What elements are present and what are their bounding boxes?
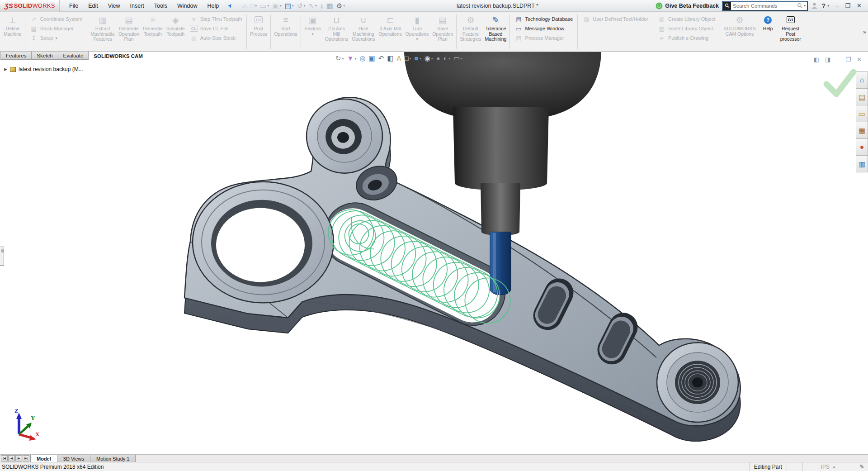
doc-restore-icon[interactable]: ❐ (845, 56, 851, 63)
feature-button[interactable]: ▣Feature▾ (302, 13, 323, 51)
extract-machinable-features-button[interactable]: ▥Extract Machinable Features (89, 13, 117, 51)
menu-item[interactable]: File (64, 0, 83, 12)
view-settings-icon[interactable]: ▭ ▾ (453, 55, 462, 62)
help-dropdown-icon[interactable]: ▾ (827, 4, 829, 8)
step-thru-toolpath-button[interactable]: ≡Step Thru Toolpath (188, 14, 245, 24)
ribbon-expand-chevron[interactable]: » (861, 13, 868, 51)
login-user-icon[interactable] (811, 2, 818, 9)
mill-3-axis-operations-button[interactable]: ⊏3 Axis Mill Operations (377, 13, 403, 51)
view-palette-icon[interactable]: ▦ (856, 122, 868, 139)
sort-operations-button[interactable]: ≡Sort Operations (272, 13, 299, 51)
open-icon[interactable]: ▭ ▾ (259, 1, 270, 11)
tab-model[interactable]: Model (30, 455, 57, 462)
tab-3d-views[interactable]: 3D Views (57, 455, 90, 462)
pin-menu-icon[interactable]: ➤ (226, 2, 234, 10)
zoom-to-fit-icon[interactable]: ↻ ▾ (335, 55, 344, 62)
setup-button[interactable]: ↧Setup▾ (28, 33, 85, 43)
save-cl-file-button[interactable]: CLSave CL File (188, 24, 245, 33)
print-icon[interactable]: ▤ ▾ (284, 1, 295, 11)
insert-library-object-button[interactable]: ▥Insert Library Object (656, 24, 718, 33)
graphics-area[interactable]: FeaturesSketchEvaluateSOLIDWORKS CAM ↻ ▾… (0, 52, 868, 454)
doc-close-icon[interactable]: ✕ (857, 56, 862, 63)
minimize-button[interactable]: – (835, 2, 839, 9)
tolerance-based-machining-button[interactable]: ✎Tolerance Based Machining (483, 13, 509, 51)
undo-icon[interactable]: ↺ ▾ (296, 1, 307, 11)
pane-split-left-icon[interactable]: ◧ (814, 56, 819, 63)
help-menu-button[interactable]: ? (821, 2, 826, 10)
cutting-tool[interactable] (490, 232, 511, 295)
task-pane-home-icon[interactable]: ⌂ (856, 71, 868, 89)
first-sheet-button[interactable]: |◀ (1, 455, 8, 461)
tab-solidworks-cam[interactable]: SOLIDWORKS CAM (88, 52, 148, 60)
annotations-visibility-icon[interactable]: A (397, 55, 401, 62)
new-document-icon[interactable]: □ ▾ (249, 1, 258, 11)
tab-evaluate[interactable]: Evaluate (58, 52, 89, 60)
create-library-object-button[interactable]: ▥Create Library Object (656, 14, 718, 24)
search-icon[interactable] (797, 3, 803, 9)
define-machine-button[interactable]: ⊥Define Machine (2, 13, 24, 51)
tag-icon[interactable]: ✎ (856, 463, 868, 470)
restore-button[interactable]: ❐ (845, 2, 850, 9)
menu-item[interactable]: Window (172, 0, 202, 12)
feature-pane-splitter[interactable] (0, 247, 4, 266)
appearances-scenes-icon[interactable]: ● (856, 138, 868, 156)
default-feature-strategies-button[interactable]: ⚙Default Feature Strategies (458, 13, 483, 51)
menu-item[interactable]: Tools (149, 0, 172, 12)
generate-toolpath-button[interactable]: ≈Generate Toolpath (141, 13, 165, 51)
section-view-icon[interactable]: ◧ (387, 55, 393, 62)
select-icon[interactable]: ↖ ▾ (307, 1, 318, 11)
save-icon[interactable]: ▣ ▾ (271, 1, 282, 11)
hide-show-items-icon[interactable]: ◉ ▾ (425, 55, 433, 62)
edit-appearance-icon[interactable]: ● (436, 55, 440, 62)
menu-item[interactable]: Edit (83, 0, 103, 12)
zoom-to-selection-icon[interactable]: ▣ (369, 55, 375, 62)
threaded-boss[interactable] (657, 343, 738, 422)
last-sheet-button[interactable]: ▶| (23, 455, 29, 461)
rebuild-icon[interactable]: ↕ (319, 1, 325, 11)
menu-item[interactable]: View (103, 0, 125, 12)
unit-system-selector[interactable]: IPS (803, 464, 833, 470)
process-manager-button[interactable]: ▤Process Manager (512, 33, 575, 43)
post-process-button[interactable]: G1Post Process (248, 13, 269, 51)
menu-item[interactable]: Help (203, 0, 224, 12)
hole-machining-operations-button[interactable]: ∪Hole Machining Operations (350, 13, 377, 51)
large-bore-boss[interactable] (193, 182, 334, 303)
custom-properties-icon[interactable]: ▥ (856, 155, 868, 172)
tab-sketch[interactable]: Sketch (31, 52, 58, 60)
turn-operations-button[interactable]: ▮Turn Operations▾ (404, 13, 430, 51)
tab-motion-study-1[interactable]: Motion Study 1 (90, 455, 136, 462)
previous-sheet-button[interactable]: ◀ (8, 455, 15, 461)
message-window-button[interactable]: ▭Message Window (512, 24, 575, 33)
display-style-icon[interactable]: ■ ▾ (415, 55, 421, 62)
user-defined-tool-holder-button[interactable]: ▥User Defined Tool/Holder (580, 14, 651, 24)
tab-features[interactable]: Features (0, 52, 32, 60)
selection-filter-icon[interactable]: ▼ ▾ (347, 55, 357, 62)
file-properties-icon[interactable]: ▦ (326, 1, 334, 11)
simulate-toolpath-button[interactable]: ◈Simulate Toolpath (165, 13, 187, 51)
pane-split-right-icon[interactable]: ◨ (825, 56, 830, 63)
options-icon[interactable]: ⚙ ▾ (335, 1, 346, 11)
zoom-to-area-icon[interactable]: ◎ (359, 55, 365, 62)
design-library-icon[interactable]: ▤ (856, 88, 868, 105)
solidworks-cam-options-button[interactable]: ⚙SOLIDWORKS CAM Options (722, 13, 757, 51)
technology-database-button[interactable]: ▤Technology Database (512, 14, 575, 24)
search-dropdown-icon[interactable]: ▾ (804, 4, 806, 8)
mill-25-axis-operations-button[interactable]: ⊔2.5 Axis Mill Operations (323, 13, 350, 51)
tree-expander-icon[interactable]: ▶ (4, 67, 7, 71)
feature-tree-root[interactable]: ▶ latest revision backup (M... (4, 66, 83, 72)
save-operation-plan-button[interactable]: ▤Save Operation Plan (430, 13, 455, 51)
view-orientation-icon[interactable]: □ ▾ (405, 55, 411, 62)
close-button[interactable]: ✕ (857, 2, 862, 9)
menu-item[interactable]: Insert (125, 0, 149, 12)
auto-size-stock-button[interactable]: ◎Auto-Size Stock (188, 33, 245, 43)
next-sheet-button[interactable]: ▶ (15, 455, 22, 461)
publish-e-drawing-button[interactable]: ℮Publish e-Drawing (656, 33, 718, 43)
request-post-processor-button[interactable]: G1Request Post processor (778, 13, 803, 51)
give-beta-feedback-button[interactable]: Give Beta Feedback (656, 2, 719, 10)
model-scene[interactable] (0, 52, 868, 454)
top-boss[interactable] (307, 99, 382, 173)
home-icon[interactable]: ⌂ (242, 1, 248, 11)
doc-minimize-icon[interactable]: – (836, 56, 840, 63)
coordinate-system-button[interactable]: ↗Coordinate System (28, 14, 85, 24)
file-explorer-icon[interactable]: ▭ (856, 105, 868, 122)
